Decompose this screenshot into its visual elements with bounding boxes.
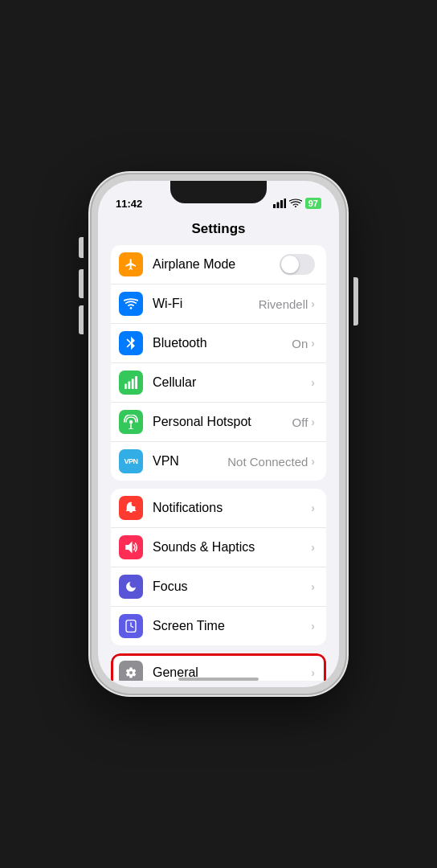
notifications-label: Notifications — [153, 501, 311, 515]
settings-row-screentime[interactable]: Screen Time › — [111, 607, 326, 645]
vpn-chevron: › — [311, 455, 315, 468]
hotspot-icon — [119, 410, 143, 434]
bluetooth-chevron: › — [311, 337, 315, 350]
focus-icon — [119, 575, 143, 599]
svg-point-16 — [129, 671, 133, 674]
wifi-value: Rivendell — [259, 297, 308, 311]
wifi-label: Wi-Fi — [153, 297, 259, 311]
page-title: Settings — [98, 216, 339, 245]
notifications-icon — [119, 496, 143, 520]
status-icons: 97 — [273, 198, 321, 209]
svg-rect-0 — [273, 204, 276, 208]
svg-rect-8 — [135, 376, 137, 389]
settings-row-general[interactable]: General › — [111, 653, 326, 681]
hotspot-value: Off — [292, 416, 308, 429]
svg-point-9 — [129, 420, 133, 424]
general-chevron: › — [311, 666, 315, 679]
sounds-chevron: › — [311, 541, 315, 554]
airplane-label: Airplane Mode — [153, 257, 280, 272]
home-indicator[interactable] — [178, 678, 259, 681]
settings-group-notifications: Notifications › Sounds & Haptics › — [111, 489, 326, 645]
svg-rect-7 — [132, 379, 134, 389]
settings-row-airplane[interactable]: Airplane Mode — [111, 245, 326, 285]
bluetooth-icon — [119, 331, 143, 355]
wifi-chevron: › — [311, 297, 315, 310]
silent-switch[interactable] — [79, 237, 84, 258]
bluetooth-label: Bluetooth — [153, 336, 292, 350]
sounds-label: Sounds & Haptics — [153, 540, 311, 555]
airplane-toggle[interactable] — [280, 254, 315, 275]
settings-group-general: General › Control Center › — [111, 653, 326, 681]
phone-screen: 11:42 97 Set — [98, 181, 339, 687]
settings-row-wifi[interactable]: Wi-Fi Rivendell › — [111, 285, 326, 324]
notch — [170, 181, 267, 203]
airplane-icon — [119, 252, 143, 276]
settings-row-sounds[interactable]: Sounds & Haptics › — [111, 528, 326, 567]
toggle-knob — [281, 256, 299, 273]
cellular-icon — [119, 371, 143, 395]
settings-group-connectivity: Airplane Mode Wi-Fi — [111, 245, 326, 481]
settings-row-bluetooth[interactable]: Bluetooth On › — [111, 324, 326, 363]
svg-rect-1 — [276, 203, 279, 209]
settings-scroll[interactable]: Airplane Mode Wi-Fi — [98, 245, 339, 681]
bluetooth-value: On — [292, 337, 308, 350]
hotspot-chevron: › — [311, 416, 315, 428]
svg-marker-13 — [125, 542, 132, 554]
screentime-chevron: › — [311, 620, 315, 633]
sounds-icon — [119, 535, 143, 559]
svg-rect-5 — [125, 384, 127, 389]
phone-frame: 11:42 97 Set — [90, 173, 347, 695]
svg-rect-2 — [280, 200, 283, 208]
signal-icon — [273, 199, 286, 208]
wifi-icon — [289, 199, 302, 208]
notifications-chevron: › — [311, 502, 315, 514]
cellular-label: Cellular — [153, 375, 311, 390]
battery-icon: 97 — [305, 198, 321, 209]
svg-rect-3 — [284, 199, 286, 208]
svg-point-12 — [132, 501, 137, 506]
status-time: 11:42 — [116, 198, 142, 210]
cellular-chevron: › — [311, 376, 315, 389]
screentime-label: Screen Time — [153, 619, 311, 633]
wifi-settings-icon — [119, 292, 143, 316]
vpn-icon: VPN — [119, 449, 143, 473]
svg-point-4 — [130, 307, 133, 309]
settings-row-cellular[interactable]: Cellular › — [111, 363, 326, 403]
focus-chevron: › — [311, 580, 315, 593]
power-button[interactable] — [353, 277, 358, 326]
settings-row-notifications[interactable]: Notifications › — [111, 489, 326, 528]
settings-row-focus[interactable]: Focus › — [111, 567, 326, 607]
settings-row-hotspot[interactable]: Personal Hotspot Off › — [111, 403, 326, 442]
settings-row-vpn[interactable]: VPN VPN Not Connected › — [111, 442, 326, 481]
svg-rect-6 — [128, 381, 130, 389]
general-icon — [119, 661, 143, 681]
vpn-label: VPN — [153, 454, 227, 469]
focus-label: Focus — [153, 579, 311, 594]
screentime-icon — [119, 614, 143, 638]
vpn-value: Not Connected — [227, 455, 308, 469]
volume-up-button[interactable] — [79, 269, 84, 298]
hotspot-label: Personal Hotspot — [153, 415, 292, 429]
volume-down-button[interactable] — [79, 305, 84, 334]
